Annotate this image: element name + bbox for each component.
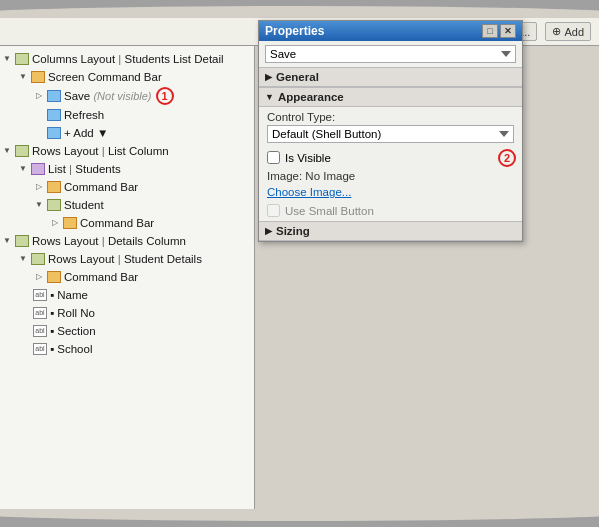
tree-item-columns-layout[interactable]: ▼ Columns Layout | Students List Detail [0, 50, 254, 68]
choose-image-link[interactable]: Choose Image... [259, 184, 522, 200]
tree-item-screen-command-bar[interactable]: ▼ Screen Command Bar [0, 68, 254, 86]
sizing-section-header[interactable]: ▶ Sizing [259, 221, 522, 241]
expand-save[interactable]: ▷ [32, 89, 46, 103]
control-type-select[interactable]: Default (Shell Button) [267, 125, 514, 143]
field-icon-school: abl [32, 342, 48, 356]
general-section-header[interactable]: ▶ General [259, 67, 522, 87]
tree-item-commandbar1[interactable]: ▷ Command Bar [0, 178, 254, 196]
sizing-arrow: ▶ [265, 226, 272, 236]
expand-student-details[interactable]: ▼ [16, 252, 30, 266]
image-label: Image: No Image [267, 170, 355, 182]
appearance-section-header[interactable]: ▼ Appearance [259, 87, 522, 107]
button-icon-add [46, 126, 62, 140]
layout-icon-rows-list [14, 144, 30, 158]
tree-item-school[interactable]: abl ▪ School [0, 340, 254, 358]
expand-list-students[interactable]: ▼ [16, 162, 30, 176]
add-icon: ⊕ [552, 25, 561, 38]
annotation-2: 2 [498, 149, 516, 167]
tree-item-commandbar2[interactable]: ▷ Command Bar [0, 214, 254, 232]
expand-cb2[interactable]: ▷ [48, 216, 62, 230]
content-area: ▼ Columns Layout | Students List Detail … [0, 46, 599, 509]
layout-icon-columns [14, 52, 30, 66]
expand-screen-command[interactable]: ▼ [16, 70, 30, 84]
command-icon-3 [46, 270, 62, 284]
tree-item-student[interactable]: ▼ Student [0, 196, 254, 214]
use-small-button-checkbox [267, 204, 280, 217]
tree-item-add[interactable]: + Add ▼ [0, 124, 254, 142]
layout-icon-rows-details [14, 234, 30, 248]
expand-rows-list[interactable]: ▼ [0, 144, 14, 158]
tree-item-rollno[interactable]: abl ▪ Roll No [0, 304, 254, 322]
tree-item-commandbar3[interactable]: ▷ Command Bar [0, 268, 254, 286]
tree-item-list-students[interactable]: ▼ List | Students [0, 160, 254, 178]
command-icon-screen [30, 70, 46, 84]
tree-item-save[interactable]: ▷ Save (Not visible) 1 [0, 86, 254, 106]
wavy-border-bottom [0, 509, 599, 527]
field-icon-rollno: abl [32, 306, 48, 320]
appearance-arrow: ▼ [265, 92, 274, 102]
control-type-label: Control Type: [267, 111, 514, 123]
add-button-toolbar[interactable]: ⊕ Add [545, 22, 591, 41]
main-area: 📋 Edit Query ⊞ Add Data Item... ⊕ Add ▼ … [0, 18, 599, 509]
layout-icon-student [46, 198, 62, 212]
general-arrow: ▶ [265, 72, 272, 82]
tree-item-rows-details[interactable]: ▼ Rows Layout | Details Column [0, 232, 254, 250]
annotation-1: 1 [156, 87, 174, 105]
expand-cb1[interactable]: ▷ [32, 180, 46, 194]
wavy-border-top [0, 0, 599, 18]
field-icon-name: abl [32, 288, 48, 302]
is-visible-checkbox[interactable] [267, 151, 280, 164]
list-icon-students [30, 162, 46, 176]
expand-columns-layout[interactable]: ▼ [0, 52, 14, 66]
tree-item-name[interactable]: abl ▪ Name [0, 286, 254, 304]
tree-item-refresh[interactable]: Refresh [0, 106, 254, 124]
tree-panel: ▼ Columns Layout | Students List Detail … [0, 46, 255, 509]
is-visible-label: Is Visible [285, 152, 331, 164]
command-icon-1 [46, 180, 62, 194]
expand-cb3[interactable]: ▷ [32, 270, 46, 284]
tree-item-rows-list[interactable]: ▼ Rows Layout | List Column [0, 142, 254, 160]
properties-panel: Properties □ ✕ Save ▶ General ▼ Appearan… [258, 46, 523, 242]
expand-rows-details[interactable]: ▼ [0, 234, 14, 248]
use-small-button-label: Use Small Button [285, 205, 374, 217]
tree-item-section[interactable]: abl ▪ Section [0, 322, 254, 340]
button-icon-save [46, 89, 62, 103]
expand-student[interactable]: ▼ [32, 198, 46, 212]
layout-icon-student-details [30, 252, 46, 266]
field-icon-section: abl [32, 324, 48, 338]
command-icon-2 [62, 216, 78, 230]
properties-item-dropdown[interactable]: Save [265, 46, 516, 63]
use-small-button-row: Use Small Button [259, 200, 522, 221]
image-text-row: Image: No Image [259, 168, 522, 184]
is-visible-row: Is Visible 2 [259, 147, 522, 168]
tree-item-rows-student-details[interactable]: ▼ Rows Layout | Student Details [0, 250, 254, 268]
button-icon-refresh [46, 108, 62, 122]
control-type-row: Control Type: Default (Shell Button) [259, 107, 522, 147]
